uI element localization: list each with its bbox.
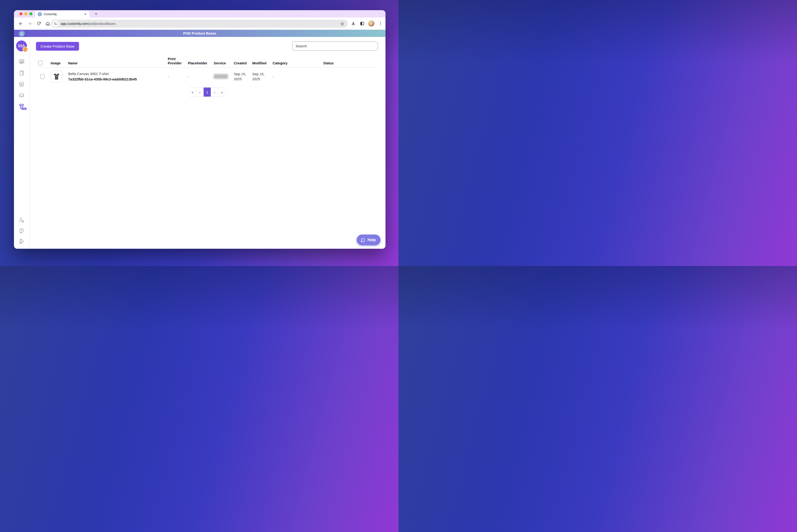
app-header: C POD Product Bases [14,30,385,37]
cell-print-provider: - [166,74,186,79]
browser-window: C Customily ✕ + [14,10,385,249]
column-header-category: Category [271,61,321,65]
inbox-icon [18,92,25,98]
column-header-modified: Modified [250,61,271,65]
product-thumbnail [51,71,62,82]
bookmark-star-icon[interactable] [340,21,344,26]
kebab-menu-icon[interactable] [378,21,383,26]
browser-toolbar: app.customily.com/pod/productBases [14,18,385,30]
pagination-first-button[interactable]: « [189,88,196,97]
page-title: POD Product Bases [183,32,216,35]
minimize-window-button[interactable] [24,12,27,15]
column-header-print-provider: Print Provider [166,57,186,65]
chat-bubble-icon [360,238,365,243]
column-header-created: Created [232,61,250,65]
pod-badge: POD [21,108,26,110]
tab-strip: C Customily ✕ + [14,10,385,18]
design-studio-icon [18,58,25,65]
customily-favicon-icon: C [38,12,42,16]
search-input[interactable] [292,41,378,51]
reload-icon[interactable] [36,21,41,26]
close-window-button[interactable] [19,12,22,15]
cell-modified: Sep 15, 2025 [250,72,265,81]
row-checkbox[interactable] [40,74,44,79]
cell-category: - [271,74,321,79]
product-uuid: 7a322fbb-51ca-435b-99c3-eadddb213b45 [68,77,166,82]
main-panel: Create Product Base Image Name Print Pro… [29,37,385,249]
pagination-next-button[interactable]: › [211,88,219,97]
column-header-name: Name [66,61,166,65]
download-icon[interactable] [351,21,356,26]
pagination-prev-button[interactable]: ‹ [196,88,204,97]
sidebar-item-account-settings[interactable] [18,216,25,224]
maximize-window-button[interactable] [29,12,33,15]
new-tab-button[interactable]: + [93,11,99,17]
help-label: Help [367,238,376,242]
sidebar-item-orders-inbox[interactable] [18,92,25,99]
pagination-last-button[interactable]: » [219,88,226,97]
store-icon [18,81,25,87]
forward-icon[interactable] [27,21,33,26]
table-row[interactable]: Bella Canvas 3001 T-shirt 7a322fbb-51ca-… [37,68,378,85]
logout-icon [18,238,25,245]
column-header-service: Service [212,61,232,65]
browser-tab[interactable]: C Customily ✕ [35,11,90,18]
app-logo[interactable]: C [14,30,29,37]
sidebar-item-templates[interactable] [18,69,25,76]
browser-profile-avatar[interactable] [368,20,374,26]
tshirt-image [52,72,61,81]
window-controls [19,12,33,15]
table-header-row: Image Name Print Provider Placeholder Se… [37,57,378,68]
help-question-icon [18,227,25,234]
column-header-status: Status [321,61,378,65]
pagination-page-1-button[interactable]: 1 [204,88,211,97]
column-header-image: Image [49,61,66,65]
side-panel-icon[interactable] [359,21,365,26]
create-product-base-button[interactable]: Create Product Base [36,42,79,51]
site-settings-icon[interactable] [52,21,58,27]
product-bases-table: Image Name Print Provider Placeholder Se… [37,57,378,85]
back-icon[interactable] [18,21,23,26]
column-header-placeholder: Placeholder [186,61,212,65]
tab-close-icon[interactable]: ✕ [84,13,87,16]
home-icon[interactable] [45,21,51,26]
cell-placeholder: - [186,74,212,79]
avatar-country-badge: CA [22,46,28,52]
user-settings-icon [18,217,25,223]
url-bar[interactable]: app.customily.com/pod/productBases [51,20,348,28]
product-name: Bella Canvas 3001 T-shirt [68,71,166,76]
cell-created: Sep 15, 2025 [232,72,247,81]
pagination: « ‹ 1 › » [189,87,226,97]
select-all-checkbox[interactable] [38,61,43,65]
url-text: app.customily.com/pod/productBases [61,22,116,25]
sidebar-item-design-studio[interactable] [18,58,25,65]
help-button[interactable]: Help [357,234,380,245]
account-avatar[interactable]: MA CA [16,40,27,51]
sidebar-item-help[interactable] [18,227,25,234]
sidebar-item-store[interactable] [18,80,25,88]
sidebar-item-logout[interactable] [18,238,25,245]
templates-icon [18,70,25,76]
customily-logo-icon: C [18,30,25,36]
cell-service-redacted [214,74,228,79]
sidebar: MA CA [14,37,29,249]
url-host: app.customily.com [61,22,88,25]
sidebar-item-pod[interactable]: POD [18,103,25,110]
url-path: /pod/productBases [88,22,116,25]
tab-title: Customily [44,13,82,16]
